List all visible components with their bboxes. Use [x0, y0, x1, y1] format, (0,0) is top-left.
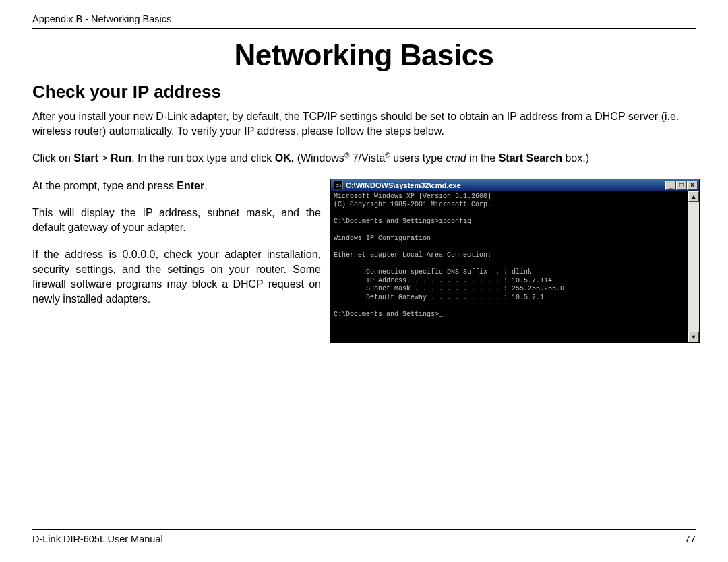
text: >: [98, 152, 111, 164]
enter-bold: Enter: [177, 180, 204, 191]
cmd-window: c:\ C:\WINDOWS\system32\cmd.exe _ □ × Mi…: [330, 179, 700, 343]
cmd-italic: cmd: [446, 152, 466, 164]
page-footer: D-Link DIR-605L User Manual 77: [32, 529, 696, 544]
run-instruction: Click on Start > Run. In the run box typ…: [32, 151, 696, 166]
start-search-bold: Start Search: [499, 152, 562, 164]
prompt-instruction: At the prompt, type and press Enter.: [32, 179, 321, 193]
text: in the: [466, 152, 499, 164]
ok-bold: OK.: [275, 152, 294, 164]
left-column: At the prompt, type and press Enter. Thi…: [32, 179, 321, 343]
text: box.): [562, 152, 589, 164]
cmd-title-text: C:\WINDOWS\system32\cmd.exe: [346, 181, 461, 189]
footer-page-number: 77: [685, 534, 696, 544]
scroll-track[interactable]: [688, 202, 699, 332]
text: Click on: [32, 152, 73, 164]
right-column: c:\ C:\WINDOWS\system32\cmd.exe _ □ × Mi…: [330, 179, 700, 343]
start-bold: Start: [73, 152, 98, 164]
header-appendix: Appendix B - Networking Basics: [32, 13, 696, 29]
close-button[interactable]: ×: [687, 181, 698, 190]
text: and click: [230, 152, 275, 164]
footer-left: D-Link DIR-605L User Manual: [32, 534, 163, 544]
scrollbar[interactable]: ▲ ▼: [688, 191, 699, 342]
text: At the prompt, type: [32, 180, 127, 191]
section-heading: Check your IP address: [32, 82, 696, 102]
text: 7/Vista: [349, 152, 385, 164]
display-paragraph: This will display the IP address, subnet…: [32, 206, 321, 235]
cmd-icon: c:\: [334, 181, 343, 189]
text: and press: [127, 180, 177, 191]
scroll-up-button[interactable]: ▲: [688, 191, 699, 202]
troubleshoot-paragraph: If the address is 0.0.0.0, check your ad…: [32, 247, 321, 307]
cmd-output: Microsoft Windows XP [Version 5.1.2600] …: [331, 191, 688, 342]
run-bold: Run: [111, 152, 131, 164]
text: . In the run box type: [131, 152, 230, 164]
page-title: Networking Basics: [32, 38, 696, 72]
text: (Windows: [294, 152, 344, 164]
intro-paragraph: After you install your new D-Link adapte…: [32, 109, 696, 139]
cmd-titlebar: c:\ C:\WINDOWS\system32\cmd.exe _ □ ×: [331, 179, 699, 191]
text: users type: [390, 152, 446, 164]
minimize-button[interactable]: _: [665, 181, 676, 190]
scroll-down-button[interactable]: ▼: [688, 332, 699, 342]
registered-mark: ®: [385, 152, 390, 159]
maximize-button[interactable]: □: [676, 181, 687, 190]
text: .: [204, 180, 207, 191]
